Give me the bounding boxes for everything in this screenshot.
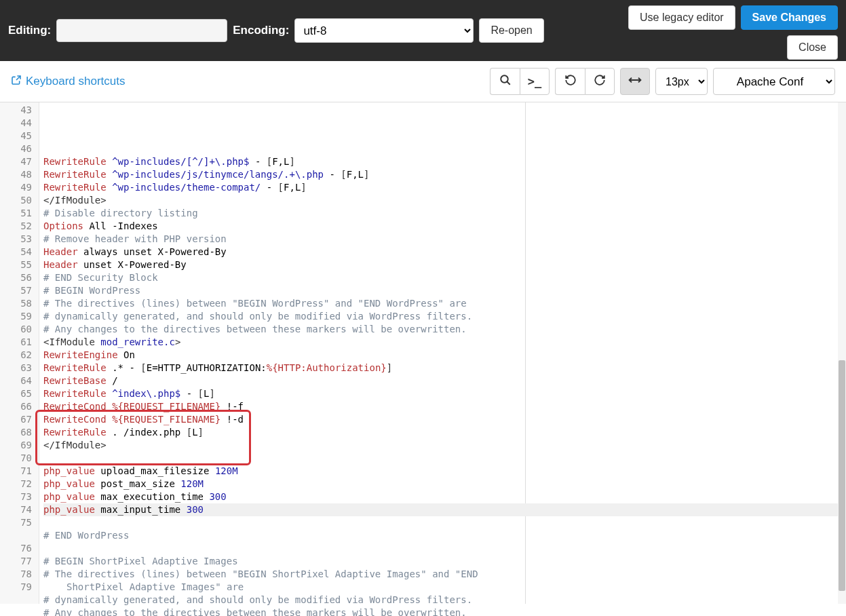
- code-line[interactable]: RewriteBase /: [43, 374, 846, 387]
- editing-label: Editing:: [8, 24, 51, 37]
- filename-input[interactable]: [56, 19, 227, 42]
- code-line[interactable]: Header always unset X-Powered-By: [43, 246, 846, 258]
- line-number: 74: [0, 503, 32, 516]
- gutter: 4344454647484950515253545556575859606162…: [0, 102, 39, 604]
- code-line[interactable]: Header unset X-Powered-By: [43, 258, 846, 271]
- code-line[interactable]: # END Security Block: [43, 271, 846, 284]
- code-line[interactable]: php_value max_execution_time 300: [43, 490, 846, 503]
- save-changes-button[interactable]: Save Changes: [741, 5, 838, 30]
- line-number: 55: [0, 258, 32, 271]
- syntax-mode-select[interactable]: Apache Conf: [713, 68, 835, 95]
- code-line[interactable]: # END WordPress: [43, 529, 846, 542]
- line-number: 43: [0, 104, 32, 117]
- search-icon: [499, 74, 512, 90]
- legacy-editor-button[interactable]: Use legacy editor: [628, 5, 735, 30]
- line-number: 56: [0, 271, 32, 284]
- line-number: 47: [0, 155, 32, 168]
- code-area[interactable]: RewriteRule ^wp-includes/[^/]+\.php$ - […: [39, 102, 846, 604]
- code-line[interactable]: [43, 542, 846, 555]
- code-line[interactable]: RewriteRule .* - [E=HTTP_AUTHORIZATION:%…: [43, 362, 846, 374]
- code-line[interactable]: php_value upload_max_filesize 120M: [43, 465, 846, 478]
- code-line[interactable]: RewriteRule ^wp-includes/theme-compat/ -…: [43, 181, 846, 194]
- line-number: 59: [0, 310, 32, 323]
- code-line-wrap[interactable]: ShortPixel Adaptive Images" are: [43, 581, 846, 594]
- line-number: 65: [0, 387, 32, 400]
- code-line[interactable]: # dynamically generated, and should only…: [43, 594, 846, 607]
- line-number: 54: [0, 246, 32, 258]
- code-line[interactable]: # BEGIN ShortPixel Adaptive Images: [43, 555, 846, 568]
- line-number: 69: [0, 439, 32, 452]
- line-number: 45: [0, 130, 32, 142]
- line-number: 58: [0, 297, 32, 310]
- line-number: 61: [0, 336, 32, 349]
- code-line[interactable]: # BEGIN WordPress: [43, 284, 846, 297]
- external-link-icon: [11, 75, 22, 89]
- redo-icon: [594, 74, 606, 90]
- code-line[interactable]: <IfModule mod_rewrite.c>: [43, 336, 846, 349]
- code-line[interactable]: RewriteEngine On: [43, 349, 846, 362]
- font-size-select[interactable]: 13px: [655, 68, 708, 95]
- code-line[interactable]: RewriteRule ^index\.php$ - [L]: [43, 387, 846, 400]
- vertical-scrollbar[interactable]: [838, 102, 846, 604]
- wrap-toggle-button[interactable]: [620, 68, 650, 95]
- code-line[interactable]: RewriteCond %{REQUEST_FILENAME} !-f: [43, 400, 846, 413]
- code-line[interactable]: # Remove header with PHP version: [43, 233, 846, 246]
- line-number: 63: [0, 362, 32, 374]
- line-number: 50: [0, 194, 32, 207]
- code-line[interactable]: php_value post_max_size 120M: [43, 478, 846, 490]
- line-number: 66: [0, 400, 32, 413]
- line-number: 79: [0, 581, 32, 594]
- console-button[interactable]: >_: [520, 68, 550, 95]
- editor: 4344454647484950515253545556575859606162…: [0, 102, 846, 604]
- code-line[interactable]: # Any changes to the directives between …: [43, 607, 846, 616]
- kbd-link-label: Keyboard shortcuts: [26, 75, 125, 88]
- search-button[interactable]: [490, 68, 520, 95]
- line-number: 52: [0, 220, 32, 233]
- code-line[interactable]: # dynamically generated, and should only…: [43, 310, 846, 323]
- line-number: 76: [0, 542, 32, 555]
- line-number: 46: [0, 142, 32, 155]
- code-line[interactable]: # The directives (lines) between "BEGIN …: [43, 297, 846, 310]
- line-number: 72: [0, 478, 32, 490]
- line-number: 77: [0, 555, 32, 568]
- line-number: 70: [0, 452, 32, 465]
- keyboard-shortcuts-link[interactable]: Keyboard shortcuts: [11, 75, 125, 89]
- line-number: 51: [0, 207, 32, 220]
- line-number: 49: [0, 181, 32, 194]
- terminal-icon: >_: [528, 75, 541, 88]
- code-line[interactable]: # Disable directory listing: [43, 207, 846, 220]
- code-line[interactable]: php_value max_input_time 300: [43, 503, 846, 516]
- wrap-icon: [628, 75, 642, 88]
- line-number: 48: [0, 168, 32, 181]
- line-number: 71: [0, 465, 32, 478]
- code-line[interactable]: [43, 516, 846, 529]
- close-button[interactable]: Close: [787, 35, 838, 60]
- code-line[interactable]: # Any changes to the directives between …: [43, 323, 846, 336]
- code-line[interactable]: RewriteRule ^wp-includes/[^/]+\.php$ - […: [43, 155, 846, 168]
- undo-button[interactable]: [555, 68, 585, 95]
- toolbar: Keyboard shortcuts >_ 13px: [0, 61, 846, 102]
- line-number: 78: [0, 568, 32, 581]
- code-line[interactable]: RewriteRule ^wp-includes/js/tinymce/lang…: [43, 168, 846, 181]
- line-number: 62: [0, 349, 32, 362]
- code-line[interactable]: [43, 452, 846, 465]
- code-line[interactable]: # The directives (lines) between "BEGIN …: [43, 568, 846, 581]
- line-number: 67: [0, 413, 32, 426]
- code-line[interactable]: RewriteCond %{REQUEST_FILENAME} !-d: [43, 413, 846, 426]
- encoding-select[interactable]: utf-8: [294, 18, 474, 43]
- encoding-label: Encoding:: [233, 24, 289, 37]
- line-number: 44: [0, 117, 32, 130]
- code-line[interactable]: </IfModule>: [43, 194, 846, 207]
- redo-button[interactable]: [585, 68, 615, 95]
- code-line[interactable]: </IfModule>: [43, 439, 846, 452]
- line-number: 75: [0, 516, 32, 529]
- line-number: 53: [0, 233, 32, 246]
- svg-line-1: [507, 81, 510, 85]
- scrollbar-thumb[interactable]: [839, 360, 845, 591]
- code-line[interactable]: RewriteRule . /index.php [L]: [43, 426, 846, 439]
- reopen-button[interactable]: Re-open: [479, 18, 543, 43]
- topbar: Editing: Encoding: utf-8 Re-open Use leg…: [0, 0, 846, 61]
- line-number: 68: [0, 426, 32, 439]
- line-number: 64: [0, 374, 32, 387]
- code-line[interactable]: Options All -Indexes: [43, 220, 846, 233]
